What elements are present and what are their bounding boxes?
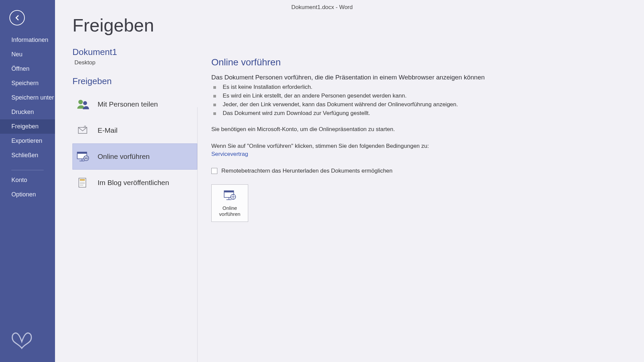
detail-bullet-text: Es wird ein Link erstellt, der an andere… xyxy=(223,93,407,99)
present-online-button-icon xyxy=(222,189,237,202)
share-column: Freigeben Dokument1 Desktop Freigeben Mi… xyxy=(55,0,197,362)
service-agreement-link[interactable]: Servicevertrag xyxy=(211,151,631,158)
detail-bullet: Jeder, der den Link verwendet, kann das … xyxy=(211,101,631,108)
svg-point-1 xyxy=(83,101,87,105)
detail-bullet: Es wird ein Link erstellt, der an andere… xyxy=(211,93,631,99)
detail-bullet: Es ist keine Installation erforderlich. xyxy=(211,84,631,90)
email-icon xyxy=(76,124,90,137)
nav-separator xyxy=(11,170,44,170)
present-online-button[interactable]: Online vorführen xyxy=(211,184,248,222)
present-online-icon xyxy=(76,150,90,163)
nav-list: Informationen Neu Öffnen Speichern Speic… xyxy=(0,33,55,163)
detail-bullet-text: Das Dokument wird zum Download zur Verfü… xyxy=(223,110,370,117)
back-arrow-icon xyxy=(13,14,21,22)
share-option-list: Mit Personen teilen E-Mail Online vorfüh… xyxy=(72,91,197,196)
svg-point-0 xyxy=(78,100,83,104)
share-option-label: Mit Personen teilen xyxy=(98,100,158,108)
people-icon xyxy=(76,98,90,111)
svg-rect-9 xyxy=(80,179,85,181)
detail-bullet: Das Dokument wird zum Download zur Verfü… xyxy=(211,110,631,117)
allow-download-label: Remotebetrachtern das Herunterladen des … xyxy=(221,168,392,174)
nav-open[interactable]: Öffnen xyxy=(0,62,55,76)
sidebar-bottom xyxy=(0,328,55,362)
share-option-label: Im Blog veröffentlichen xyxy=(98,179,169,187)
allow-download-checkbox[interactable] xyxy=(211,168,217,174)
allow-download-row: Remotebetrachtern das Herunterladen des … xyxy=(211,168,631,174)
share-option-people[interactable]: Mit Personen teilen xyxy=(72,91,197,117)
back-button[interactable] xyxy=(9,10,25,25)
bullet-icon xyxy=(213,104,216,106)
share-option-present-online[interactable]: Online vorführen xyxy=(72,143,197,170)
nav-options[interactable]: Optionen xyxy=(0,187,55,202)
share-option-email[interactable]: E-Mail xyxy=(72,117,197,143)
nav-save[interactable]: Speichern xyxy=(0,76,55,90)
nav-info[interactable]: Informationen xyxy=(0,33,55,47)
present-online-button-label: Online vorführen xyxy=(214,205,246,217)
svg-rect-14 xyxy=(224,191,233,192)
share-option-label: Online vorführen xyxy=(98,153,150,161)
nav-close[interactable]: Schließen xyxy=(0,148,55,163)
nav-new[interactable]: Neu xyxy=(0,47,55,62)
bullet-icon xyxy=(213,112,216,115)
share-option-label: E-Mail xyxy=(98,126,118,134)
share-option-blog[interactable]: Im Blog veröffentlichen xyxy=(72,170,197,196)
detail-account-note: Sie benötigen ein Microsoft-Konto, um di… xyxy=(211,126,631,133)
nav-share[interactable]: Freigeben xyxy=(0,119,55,134)
page-title: Freigeben xyxy=(72,15,197,36)
backstage-sidebar: Informationen Neu Öffnen Speichern Speic… xyxy=(0,0,55,362)
share-section-heading: Freigeben xyxy=(72,76,197,86)
nav-saveas[interactable]: Speichern unter xyxy=(0,90,55,105)
detail-pane: Online vorführen Das Dokument Personen v… xyxy=(197,0,644,362)
bullet-icon xyxy=(213,95,216,98)
butterfly-icon xyxy=(10,328,34,352)
detail-heading: Online vorführen xyxy=(211,57,631,68)
svg-rect-4 xyxy=(77,152,87,154)
detail-bullet-text: Es ist keine Installation erforderlich. xyxy=(223,84,312,90)
column-divider xyxy=(197,107,198,362)
detail-agree-text: Wenn Sie auf "Online vorführen" klicken,… xyxy=(211,143,631,149)
blog-icon xyxy=(76,176,90,189)
detail-lead: Das Dokument Personen vorführen, die die… xyxy=(211,74,631,81)
bullet-icon xyxy=(213,86,216,89)
nav-export[interactable]: Exportieren xyxy=(0,134,55,148)
detail-bullet-text: Jeder, der den Link verwendet, kann das … xyxy=(223,101,458,108)
document-location: Desktop xyxy=(74,59,197,66)
nav-account[interactable]: Konto xyxy=(0,173,55,187)
detail-bullets: Es ist keine Installation erforderlich. … xyxy=(211,84,631,117)
nav-print[interactable]: Drucken xyxy=(0,105,55,119)
document-name: Dokument1 xyxy=(72,47,197,57)
nav-list-secondary: Konto Optionen xyxy=(0,173,55,202)
